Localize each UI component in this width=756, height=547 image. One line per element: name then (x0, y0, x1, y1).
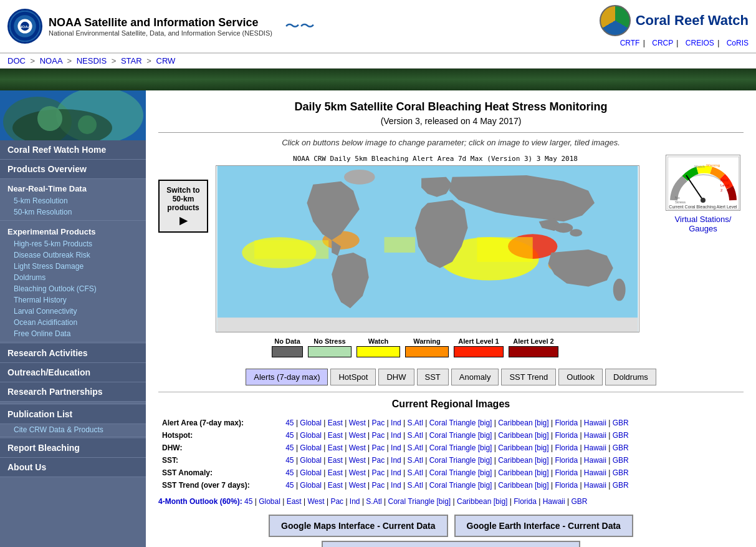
sstT-caribbean-link[interactable]: Caribbean [big] (498, 481, 548, 490)
google-maps-button[interactable]: Google Maps Interface - Current Data (269, 515, 447, 537)
sstT-coral-triangle-link[interactable]: Coral Triangle [big] (429, 481, 492, 490)
out-caribbean-link[interactable]: Caribbean [big] (457, 497, 507, 506)
breadcrumb-noaa[interactable]: NOAA (40, 56, 62, 65)
out-hawaii-link[interactable]: Hawaii (543, 497, 565, 506)
sstA-coral-triangle-link[interactable]: Coral Triangle [big] (429, 468, 492, 477)
composite-button[interactable]: Year-to-date Maximum, Minimum, and Mean … (322, 541, 580, 547)
sstA-global-link[interactable]: Global (300, 468, 322, 477)
sstT-gbr-link[interactable]: GBR (613, 481, 629, 490)
sidebar-publication-list[interactable]: Publication List (0, 405, 146, 424)
alert-florida-link[interactable]: Florida (555, 419, 578, 427)
crtf-link[interactable]: CRTF (620, 39, 640, 47)
hs-global-link[interactable]: Global (300, 431, 322, 440)
dhw-west-link[interactable]: West (349, 443, 366, 452)
sstA-west-link[interactable]: West (349, 468, 366, 477)
creios-link[interactable]: CREIOS (686, 39, 714, 47)
sidebar-about-link[interactable]: About Us (7, 462, 46, 472)
sidebar-doldrums-link[interactable]: Doldrums (0, 272, 146, 283)
sstT-florida-link[interactable]: Florida (555, 481, 578, 490)
sstA-satl-link[interactable]: S.Atl (408, 468, 423, 477)
sidebar-partnerships-link[interactable]: Research Partnerships (7, 387, 103, 397)
hs-45-link[interactable]: 45 (285, 431, 294, 440)
sidebar-about-us[interactable]: About Us (0, 458, 146, 477)
sidebar-free-data-link[interactable]: Free Online Data (0, 328, 146, 339)
sst-pac-link[interactable]: Pac (372, 456, 385, 465)
hs-florida-link[interactable]: Florida (555, 431, 578, 440)
out-west-link[interactable]: West (307, 497, 324, 506)
param-btn-alerts[interactable]: Alerts (7-day max) (246, 369, 328, 385)
sidebar-report-bleaching[interactable]: Report Bleaching (0, 438, 146, 458)
sstT-hawaii-link[interactable]: Hawaii (584, 481, 606, 490)
dhw-hawaii-link[interactable]: Hawaii (584, 443, 606, 452)
sst-florida-link[interactable]: Florida (555, 456, 578, 465)
out-ind-link[interactable]: Ind (350, 497, 360, 506)
out-pac-link[interactable]: Pac (330, 497, 343, 506)
map-image[interactable] (216, 165, 655, 332)
dhw-florida-link[interactable]: Florida (555, 443, 578, 452)
out-florida-link[interactable]: Florida (514, 497, 537, 506)
hs-satl-link[interactable]: S.Atl (408, 431, 423, 440)
switch-resolution-button[interactable]: Switch to 50-km products ▶ (158, 180, 208, 233)
sidebar-thermal-link[interactable]: Thermal History (0, 294, 146, 306)
sidebar-highres-link[interactable]: High-res 5-km Products (0, 238, 146, 249)
sst-ind-link[interactable]: Ind (391, 456, 401, 465)
breadcrumb-crw[interactable]: CRW (156, 56, 176, 65)
sidebar-publication-link[interactable]: Publication List (7, 409, 72, 419)
sstT-satl-link[interactable]: S.Atl (408, 481, 423, 490)
sidebar-lightstress-link[interactable]: Light Stress Damage (0, 261, 146, 272)
sstA-hawaii-link[interactable]: Hawaii (584, 468, 606, 477)
alert-ind-link[interactable]: Ind (391, 419, 401, 427)
param-btn-dhw[interactable]: DHW (378, 369, 414, 385)
sstT-global-link[interactable]: Global (300, 481, 322, 490)
sstA-east-link[interactable]: East (328, 468, 343, 477)
outlook-label-link[interactable]: 4-Month Outlook (60%): (158, 497, 242, 506)
hs-hawaii-link[interactable]: Hawaii (584, 431, 606, 440)
alert-gbr-link[interactable]: GBR (613, 419, 629, 427)
hs-coral-triangle-link[interactable]: Coral Triangle [big] (429, 431, 492, 440)
dhw-caribbean-link[interactable]: Caribbean [big] (498, 443, 548, 452)
param-btn-sst[interactable]: SST (417, 369, 449, 385)
sidebar-research-partnerships[interactable]: Research Partnerships (0, 382, 146, 402)
dhw-pac-link[interactable]: Pac (372, 443, 385, 452)
world-map-svg[interactable] (216, 165, 639, 332)
sstA-ind-link[interactable]: Ind (391, 468, 401, 477)
sstT-west-link[interactable]: West (349, 481, 366, 490)
sst-west-link[interactable]: West (349, 456, 366, 465)
sstA-45-link[interactable]: 45 (285, 468, 294, 477)
sstA-caribbean-link[interactable]: Caribbean [big] (498, 468, 548, 477)
sidebar-50km-link[interactable]: 50-km Resolution (0, 206, 146, 218)
alert-hawaii-link[interactable]: Hawaii (584, 419, 606, 427)
hs-east-link[interactable]: East (328, 431, 343, 440)
alert-caribbean-link[interactable]: Caribbean [big] (498, 419, 548, 427)
out-satl-link[interactable]: S.Atl (366, 497, 381, 506)
out-gbr-link[interactable]: GBR (571, 497, 587, 506)
sst-global-link[interactable]: Global (300, 456, 322, 465)
dhw-coral-triangle-link[interactable]: Coral Triangle [big] (429, 443, 492, 452)
sidebar-cite-link[interactable]: Cite CRW Data & Products (0, 424, 146, 435)
sidebar-larval-link[interactable]: Larval Connectivity (0, 306, 146, 317)
sidebar-item-home[interactable]: Coral Reef Watch Home (0, 140, 146, 160)
dhw-east-link[interactable]: East (328, 443, 343, 452)
hs-west-link[interactable]: West (349, 431, 366, 440)
param-btn-anomaly[interactable]: Anomaly (451, 369, 499, 385)
breadcrumb-doc[interactable]: DOC (7, 56, 26, 65)
hs-ind-link[interactable]: Ind (391, 431, 401, 440)
dhw-gbr-link[interactable]: GBR (613, 443, 629, 452)
param-btn-hotspot[interactable]: HotSpot (330, 369, 376, 385)
dhw-satl-link[interactable]: S.Atl (408, 443, 423, 452)
hs-pac-link[interactable]: Pac (372, 431, 385, 440)
alert-45-link[interactable]: 45 (285, 419, 294, 427)
dhw-global-link[interactable]: Global (300, 443, 322, 452)
sidebar-research-activities-link[interactable]: Research Activities (7, 348, 88, 358)
param-btn-doldrums[interactable]: Doldrums (605, 369, 656, 385)
crcp-link[interactable]: CRCP (652, 39, 673, 47)
sstT-45-link[interactable]: 45 (285, 481, 294, 490)
sidebar-item-products-overview[interactable]: Products Overview (0, 160, 146, 179)
out-global-link[interactable]: Global (259, 497, 280, 506)
sidebar-outreach[interactable]: Outreach/Education (0, 363, 146, 382)
sidebar-products-link[interactable]: Products Overview (7, 164, 87, 174)
hs-gbr-link[interactable]: GBR (613, 431, 629, 440)
sst-hawaii-link[interactable]: Hawaii (584, 456, 606, 465)
sidebar-5km-link[interactable]: 5-km Resolution (0, 195, 146, 206)
dhw-ind-link[interactable]: Ind (391, 443, 401, 452)
